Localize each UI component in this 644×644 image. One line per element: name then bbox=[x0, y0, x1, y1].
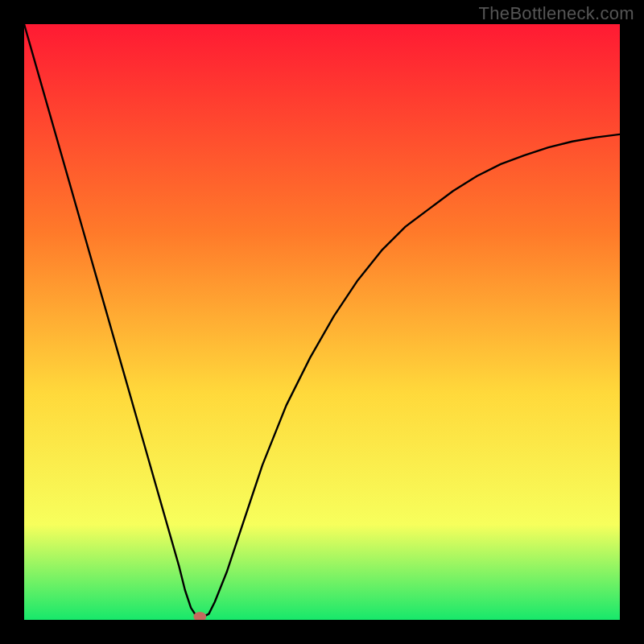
watermark-text: TheBottleneck.com bbox=[479, 3, 634, 24]
chart-frame: TheBottleneck.com bbox=[0, 0, 644, 644]
chart-svg bbox=[24, 24, 620, 620]
gradient-background bbox=[24, 24, 620, 620]
chart-plot-area bbox=[24, 24, 620, 620]
